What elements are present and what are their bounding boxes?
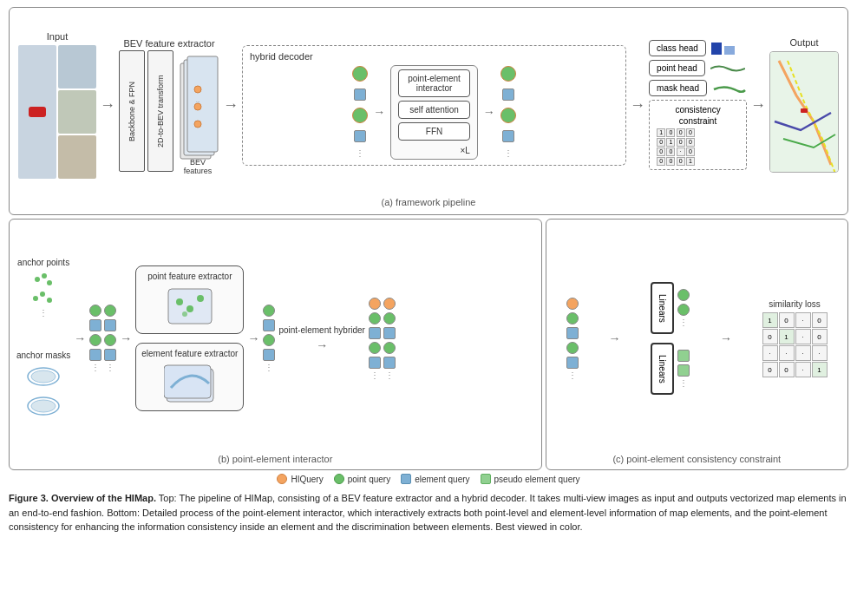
svg-point-20 [31,400,56,412]
anchor-masks-svg [26,364,61,390]
feat-col-1: ⋮ [89,305,101,372]
linears-1-box: Linears [651,282,674,334]
anchor-points-label: anchor points [17,258,69,267]
svg-rect-8 [724,46,735,55]
hybrider-area: point-element hybrider → [278,325,365,352]
interactor-label: (b) point-element interactor [16,454,534,464]
output-map [769,51,839,173]
bev-extractor-label: BEV feature extractor [123,38,214,49]
linears-2-row: Linears ⋮ [651,343,690,395]
svg-point-16 [47,298,52,303]
element-extractor-visual [164,362,216,405]
svg-point-12 [42,273,47,279]
cons-in-col-1: ⋮ [566,298,579,380]
linears-1-row: Linears ⋮ [651,282,690,334]
pipeline-label: (a) framework pipeline [18,197,839,207]
image-grid [18,45,96,180]
element-icon [401,474,411,484]
pseudo-legend: pseudo element query [481,474,580,484]
svg-point-15 [40,292,45,297]
class-head-box: class head [649,40,706,56]
point-icon [334,474,344,484]
interactor-content: anchor points ⋮ [16,225,534,452]
anchor-dots: ⋮ [30,271,56,318]
similarity-label: similarity loss [769,299,820,309]
element-extractor-label: element feature extractor [141,349,238,358]
top-section: Input → BEV feature extractor Backbone &… [9,7,848,215]
heads-col: class head point head mask head [649,40,747,170]
feature-cube: ... BEV features [176,50,219,172]
query-square-1 [354,88,366,101]
hybrider-label: point-element hybrider [278,325,365,335]
mask-head-row: mask head [649,80,747,96]
bev-boxes: Backbone & FPN 2D-to-BEV transform [119,50,219,172]
ffn-box: FFN [398,122,470,141]
himap-bold: Overview of the HIMap. [51,493,156,503]
query-square-2 [354,130,366,142]
decoder-inner: ⋮ → point-element interactor self attent… [352,65,516,160]
arrow-9: → [247,331,259,345]
bottom-left: anchor points ⋮ [9,219,542,470]
decoder-modules: point-element interactor self attention … [390,65,478,160]
self-attention-box: self attention [398,101,470,119]
svg-rect-27 [164,365,211,398]
output-queries: ⋮ [500,66,516,158]
consistency-box: consistency constraint 1 0 0 0 0 1 0 0 0… [649,100,747,170]
linears-area: Linears ⋮ Linears ⋮ [651,282,690,395]
input-feat-cols: ⋮ ⋮ [89,305,116,372]
bottom-right: ⋮ → Linears ⋮ Li [546,219,848,470]
point-head-visual [710,62,745,75]
svg-point-5 [194,121,201,128]
consistency-label: consistency constraint [657,104,739,127]
mask-head-visual [712,82,747,95]
element-label: element query [415,475,469,484]
class-head-visual [711,41,746,56]
point-head-row: point head [649,60,747,76]
point-label: point query [348,475,390,484]
out-col-1: ⋮ [369,298,381,380]
bev-features-label: BEV features [176,158,219,175]
point-extractor-label: point feature extractor [147,272,232,281]
svg-point-25 [182,311,187,317]
decoder-label: hybrid decoder [250,51,313,62]
out-col-2: ⋮ [383,298,396,380]
bev-transform-box: 2D-to-BEV transform [147,50,173,172]
element-feature-extractor: element feature extractor [135,343,244,411]
arrow-4: → [483,105,495,119]
arrow-1: → [100,96,115,115]
arrow-11: → [609,331,621,345]
hiq-icon [277,474,287,484]
input-queries: ⋮ [352,66,368,158]
anchor-masks-label: anchor masks [16,351,70,360]
pseudo-label: pseudo element query [494,475,580,484]
feat-col-2: ⋮ [104,305,116,372]
arrow-7: → [74,331,86,345]
output-feat-cols: ⋮ ⋮ [369,298,396,380]
anchor-masks-svg2 [26,393,61,419]
svg-point-14 [33,296,38,301]
legend-row: HIQuery point query element query pseudo… [9,470,848,488]
main-container: Input → BEV feature extractor Backbone &… [0,0,857,616]
svg-point-24 [197,295,204,302]
arrow-5: → [630,96,645,115]
class-head-row: class head [649,40,747,56]
arrow-6: → [750,96,766,115]
times-l: ×L [398,146,470,155]
hybrid-decoder: hybrid decoder ⋮ → poi [242,45,626,166]
element-legend: element query [401,474,469,484]
arrow-8: → [120,331,132,345]
svg-rect-10 [801,108,808,113]
input-block: Input [18,31,96,180]
point-extractor-visual [164,285,216,328]
point-legend: point query [334,474,390,484]
output-block: Output [769,37,839,173]
anchor-dots-svg2 [30,290,56,307]
cons-input: ⋮ [566,298,579,380]
linears-2-box: Linears [651,343,674,395]
svg-rect-2 [187,56,218,152]
extractors: point feature extractor element feature … [135,265,244,411]
lin-out-1: ⋮ [677,289,690,327]
bot-right-image [58,135,96,179]
pseudo-icon [481,474,491,484]
svg-text:...: ... [195,98,200,103]
